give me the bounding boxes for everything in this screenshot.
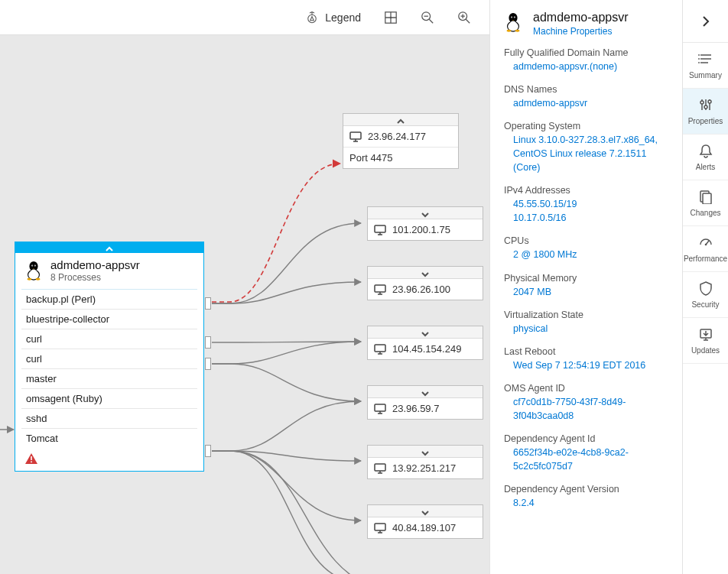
- property-label: CPUs: [504, 235, 668, 246]
- remote-ip: 23.96.24.177: [368, 131, 426, 142]
- svg-point-33: [698, 58, 700, 60]
- remote-ip-row[interactable]: 23.96.24.177: [343, 126, 458, 147]
- remote-ip-row[interactable]: 101.200.1.75: [368, 219, 483, 240]
- remote-node[interactable]: 104.45.154.249: [367, 326, 483, 360]
- remote-node[interactable]: 101.200.1.75: [367, 206, 483, 241]
- rail-tab-summary[interactable]: Summary: [683, 43, 728, 89]
- monitor-icon: [374, 284, 386, 295]
- port-stub: [205, 297, 211, 310]
- svg-rect-17: [375, 225, 385, 232]
- process-item[interactable]: omsagent (Ruby): [21, 389, 197, 409]
- remote-port-row[interactable]: Port 4475: [343, 147, 458, 168]
- svg-point-29: [514, 17, 515, 18]
- chevron-down-icon: [421, 508, 429, 515]
- svg-point-13: [36, 278, 41, 281]
- property-label: Virtualization State: [504, 310, 668, 320]
- monitor-icon: [374, 344, 386, 355]
- svg-rect-18: [375, 285, 385, 292]
- rail-tab-changes[interactable]: Changes: [683, 180, 728, 226]
- property-value-line: 8.2.4: [513, 496, 668, 510]
- remote-ip-row[interactable]: 23.96.26.100: [368, 279, 483, 300]
- svg-rect-14: [31, 456, 32, 460]
- property-value: Linux 3.10.0-327.28.3.el7.x86_64, CentOS…: [504, 133, 668, 174]
- property-value: Wed Sep 7 12:54:19 EDT 2016: [504, 358, 668, 372]
- process-item[interactable]: bluestripe-collector: [21, 310, 197, 329]
- canvas-toolbar: Legend: [0, 0, 489, 35]
- svg-rect-19: [375, 345, 385, 352]
- remote-ip: 13.92.251.217: [392, 462, 456, 474]
- process-item[interactable]: Tomcat: [21, 429, 197, 448]
- rail-tab-updates[interactable]: Updates: [683, 318, 728, 364]
- property-row: Dependency Agent Id6652f34b-e02e-4cb8-9c…: [504, 433, 668, 473]
- chevron-down-icon: [421, 209, 429, 217]
- property-value: 2 @ 1800 MHz: [504, 248, 668, 261]
- compass-icon: [305, 11, 319, 24]
- remote-node-collapse[interactable]: [368, 505, 483, 517]
- rail-tab-label: Performance: [684, 255, 727, 263]
- remote-ip-row[interactable]: 13.92.251.217: [368, 458, 483, 478]
- property-row: Fully Qualified Domain Nameadmdemo-appsv…: [504, 47, 668, 73]
- remote-node-collapse[interactable]: [368, 207, 483, 219]
- process-count: 8 Processes: [50, 272, 140, 283]
- property-row: CPUs2 @ 1800 MHz: [504, 235, 668, 261]
- machine-node[interactable]: admdemo-appsvr 8 Processes backup.pl (Pe…: [15, 242, 204, 472]
- remote-node-collapse[interactable]: [343, 114, 458, 126]
- remote-ip: 104.45.154.249: [392, 343, 461, 355]
- remote-ip-row[interactable]: 23.96.59.7: [368, 398, 483, 419]
- remote-ip-row[interactable]: 40.84.189.107: [368, 517, 483, 538]
- port-stub: [205, 358, 211, 370]
- property-value: 2047 MB: [504, 285, 668, 299]
- machine-name: admdemo-appsvr: [50, 259, 140, 272]
- property-row: Virtualization Statephysical: [504, 310, 668, 336]
- remote-port: Port 4475: [349, 152, 392, 164]
- process-item[interactable]: sshd: [21, 409, 197, 429]
- fit-to-screen-icon[interactable]: [384, 11, 398, 24]
- remote-node[interactable]: 23.96.26.100: [367, 266, 483, 300]
- machine-node-collapse[interactable]: [15, 242, 203, 253]
- remote-node-collapse[interactable]: [368, 326, 483, 339]
- monitor-icon: [374, 404, 386, 414]
- property-value: 8.2.4: [504, 496, 668, 510]
- svg-point-10: [32, 265, 33, 266]
- zoom-out-icon[interactable]: [421, 11, 434, 24]
- rail-tab-label: Alerts: [696, 163, 716, 171]
- svg-point-34: [698, 62, 700, 63]
- updates-icon: [698, 326, 713, 343]
- process-item[interactable]: backup.pl (Perl): [21, 290, 197, 310]
- property-row: Physical Memory2047 MB: [504, 273, 668, 299]
- collapse-panel-button[interactable]: [683, 0, 728, 43]
- property-label: Dependency Agent Version: [504, 484, 668, 495]
- process-item[interactable]: curl: [21, 329, 197, 349]
- rail-tab-alerts[interactable]: Alerts: [683, 135, 728, 180]
- rail-tab-security[interactable]: Security: [683, 272, 728, 318]
- process-item[interactable]: master: [21, 369, 197, 389]
- changes-icon: [698, 189, 713, 206]
- remote-node-collapse[interactable]: [368, 267, 483, 279]
- chevron-up-icon: [397, 116, 405, 124]
- linux-icon: [24, 261, 43, 281]
- property-label: Fully Qualified Domain Name: [504, 47, 668, 58]
- property-value-line: admdemo-appsvr: [513, 96, 668, 110]
- remote-node-expanded[interactable]: 23.96.24.177 Port 4475: [343, 113, 459, 169]
- remote-node[interactable]: 23.96.59.7: [367, 385, 483, 420]
- property-value-line: 2 @ 1800 MHz: [513, 248, 668, 261]
- zoom-in-icon[interactable]: [457, 11, 471, 24]
- remote-node[interactable]: 13.92.251.217: [367, 445, 483, 479]
- machine-node-header[interactable]: admdemo-appsvr 8 Processes: [15, 253, 203, 289]
- right-rail: SummaryPropertiesAlertsChangesPerformanc…: [682, 0, 728, 574]
- remote-node-collapse[interactable]: [368, 386, 483, 398]
- port-stub: [205, 445, 211, 457]
- dependency-map-canvas[interactable]: Legend: [0, 0, 489, 574]
- legend-button[interactable]: Legend: [305, 11, 361, 24]
- svg-rect-22: [375, 524, 385, 530]
- remote-node-collapse[interactable]: [368, 446, 483, 458]
- svg-point-36: [704, 105, 707, 109]
- monitor-icon: [374, 463, 386, 474]
- process-item[interactable]: curl: [21, 349, 197, 369]
- rail-tab-performance[interactable]: Performance: [683, 226, 728, 272]
- remote-node[interactable]: 40.84.189.107: [367, 504, 483, 539]
- rail-tab-properties[interactable]: Properties: [683, 89, 728, 135]
- alert-icon[interactable]: [24, 452, 38, 465]
- property-value: 6652f34b-e02e-4cb8-9ca2-5c2c5fc075d7: [504, 446, 668, 473]
- remote-ip-row[interactable]: 104.45.154.249: [368, 339, 483, 359]
